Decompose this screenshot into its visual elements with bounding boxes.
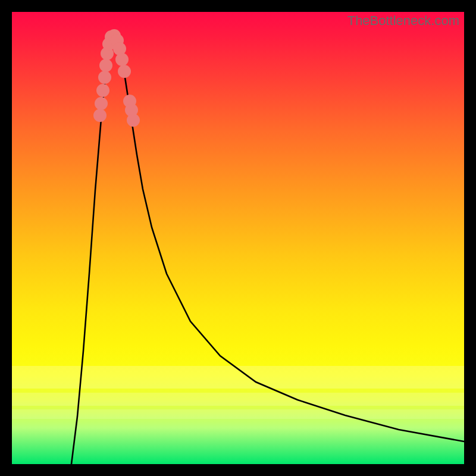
marker-dot xyxy=(95,97,108,110)
marker-dot xyxy=(127,114,140,127)
chart-svg xyxy=(12,12,464,464)
marker-dot xyxy=(98,71,111,84)
marker-dot xyxy=(96,84,109,97)
marker-group xyxy=(93,29,140,127)
plot-area: TheBottleneck.com xyxy=(12,12,464,464)
marker-dot xyxy=(93,109,107,122)
marker-dot xyxy=(118,65,131,78)
marker-dot xyxy=(115,53,129,66)
marker-dot xyxy=(99,59,112,72)
